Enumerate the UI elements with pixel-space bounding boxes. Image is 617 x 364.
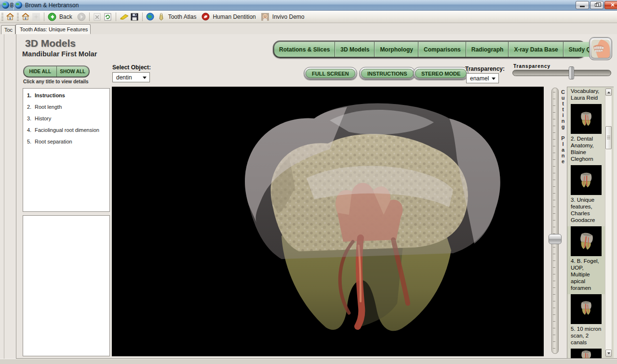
forward-icon (77, 13, 86, 21)
scrollbar-thumb[interactable] (605, 126, 612, 149)
dentition-logo-icon[interactable] (201, 13, 210, 21)
page-edge-line (4, 34, 4, 359)
page-subtitle: Mandibular First Molar (22, 50, 97, 58)
snapshot-icon (32, 13, 40, 21)
thumbnail-label[interactable]: 3. Unique features, Charles Goodacre (570, 195, 604, 226)
transparency-slider[interactable] (512, 70, 611, 76)
feature-list-panel: 1.Instructions 2.Root length 3.History 4… (23, 88, 110, 212)
close-button[interactable]: ✕ (604, 1, 617, 9)
tooth-atlas-link[interactable]: Tooth Atlas (168, 13, 197, 20)
demo-thumbnail-panel: Vocabulary, Laura Reid 2. Dental Anatomy… (567, 87, 614, 359)
toolbar: Back Tooth Atlas Human Dentition (0, 11, 617, 23)
scroll-up-icon[interactable] (605, 89, 612, 96)
sidebar-item-4[interactable]: 4. B. Fogel, UOP, Multiple apical forame… (567, 226, 606, 294)
save-icon[interactable] (130, 13, 139, 21)
dropdown-arrow-icon (492, 78, 496, 80)
full-screen-button[interactable]: FULL SCREEN (304, 67, 357, 80)
page-edge-line (16, 34, 16, 359)
select-object-label: Select Object: (112, 64, 151, 71)
sidebar-item-1[interactable]: Vocabulary, Laura Reid (570, 87, 604, 104)
stop-icon (93, 13, 102, 21)
nav-radiograph[interactable]: Radiograph (466, 42, 509, 57)
sidebar-item-6-partial[interactable] (570, 349, 604, 359)
toolbar-separator (116, 13, 116, 21)
toolbar-separator (44, 13, 44, 21)
tab-tooth-atlas[interactable]: Toc (1, 25, 15, 34)
select-object-dropdown[interactable]: dentin (112, 72, 150, 82)
home-icon[interactable] (21, 13, 30, 21)
nav-xray-database[interactable]: X-ray Data Base (509, 42, 563, 57)
hide-show-group: HIDE ALL SHOW ALL (23, 65, 90, 78)
list-item[interactable]: 1.Instructions (27, 92, 109, 104)
globe-icon (15, 1, 22, 9)
highlighter-icon[interactable] (120, 13, 128, 21)
back-icon[interactable] (48, 13, 56, 21)
tab-bar: Toc Tooth Atlas: Unique Features (0, 23, 617, 34)
back-button-label[interactable]: Back (59, 13, 72, 20)
face-icon[interactable] (261, 13, 269, 21)
main-navigation: Rotations & Slices 3D Models Morphology … (273, 40, 586, 58)
tooth-3d-model (214, 91, 523, 337)
nav-comparisons[interactable]: Comparisons (418, 42, 466, 57)
detail-panel (23, 215, 110, 356)
toolbar-grip (1, 13, 3, 21)
nav-morphology[interactable]: Morphology (375, 42, 418, 57)
list-item[interactable]: 3.History (27, 116, 109, 127)
tooth-thumbnail[interactable] (571, 104, 602, 134)
transparency-label: Transparency: (465, 65, 505, 72)
jaw-icon[interactable] (589, 37, 612, 60)
thumbnail-label[interactable]: 4. B. Fogel, UOP, Multiple apical forame… (570, 256, 604, 294)
toolbar-grip (17, 13, 19, 21)
globe-icon[interactable] (146, 13, 155, 21)
toolbar-separator (142, 13, 143, 21)
tooth-thumbnail[interactable] (571, 349, 602, 359)
tooth-thumbnail[interactable] (571, 294, 602, 324)
sidebar-item-5[interactable]: 5. 10 micron scan, 2 canals (570, 294, 604, 349)
tooth-thumbnail[interactable] (571, 165, 602, 195)
instructions-button[interactable]: INSTRUCTIONS (359, 67, 416, 80)
list-item[interactable]: 2.Root length (27, 104, 109, 116)
select-object-value: dentin (116, 74, 132, 81)
transparency-object-value: enamel (470, 75, 489, 82)
slider-tick-marks (553, 92, 555, 350)
nav-rotations-slices[interactable]: Rotations & Slices (274, 42, 335, 57)
invivo-demo-link[interactable]: Invivo Demo (272, 13, 305, 20)
sidebar-item-3[interactable]: 3. Unique features, Charles Goodacre (570, 165, 604, 226)
nav-3d-models[interactable]: 3D Models (335, 42, 375, 57)
restore-button[interactable] (590, 1, 604, 9)
sidebar-scrollbar[interactable] (605, 88, 612, 357)
transparency-object-dropdown[interactable]: enamel (466, 73, 499, 83)
show-all-button[interactable]: SHOW ALL (57, 66, 89, 77)
transparency-slider-handle[interactable] (569, 66, 574, 79)
refresh-icon[interactable] (104, 13, 112, 21)
status-bar (0, 359, 617, 364)
list-item[interactable]: 5.Root separation (27, 139, 109, 150)
application-window: B Brown & Herbranson ✕ Back (0, 0, 617, 364)
globe-icon (2, 1, 9, 9)
thumbnail-label[interactable]: Vocabulary, Laura Reid (570, 87, 604, 104)
tooth-thumbnail[interactable] (571, 226, 602, 256)
hide-all-button[interactable]: HIDE ALL (24, 66, 57, 77)
thumbnail-label[interactable]: 5. 10 micron scan, 2 canals (570, 324, 604, 349)
list-item[interactable]: 4.Faciolingual root dimension (27, 127, 109, 139)
transparency-slider-label: Transparency (513, 64, 550, 69)
stereo-mode-button[interactable]: STEREO MODE (413, 67, 469, 80)
human-dentition-link[interactable]: Human Dentition (213, 13, 255, 20)
sidebar-item-2[interactable]: 2. Dental Anatomy, Blaine Cleghorn (570, 104, 604, 165)
main-title-bar (13, 0, 617, 10)
scroll-down-icon[interactable] (605, 350, 612, 357)
dropdown-arrow-icon (143, 77, 147, 79)
page-title: 3D Models (25, 38, 76, 49)
minimize-button[interactable] (576, 1, 589, 9)
hint-text: Click any title to view details (23, 79, 89, 84)
home-icon[interactable] (6, 13, 14, 21)
tab-unique-features[interactable]: Tooth Atlas: Unique Features (15, 24, 91, 34)
cutting-plane-slider[interactable] (551, 88, 559, 354)
pencil-icon[interactable] (157, 13, 165, 21)
toolbar-separator (89, 13, 90, 21)
model-viewer[interactable] (112, 87, 544, 356)
window-title: Brown & Herbranson (25, 2, 79, 9)
thumbnail-label[interactable]: 2. Dental Anatomy, Blaine Cleghorn (570, 134, 604, 165)
cutting-plane-label: C u t t i n g P l a n e (560, 89, 566, 164)
cutting-plane-handle[interactable] (549, 234, 562, 244)
